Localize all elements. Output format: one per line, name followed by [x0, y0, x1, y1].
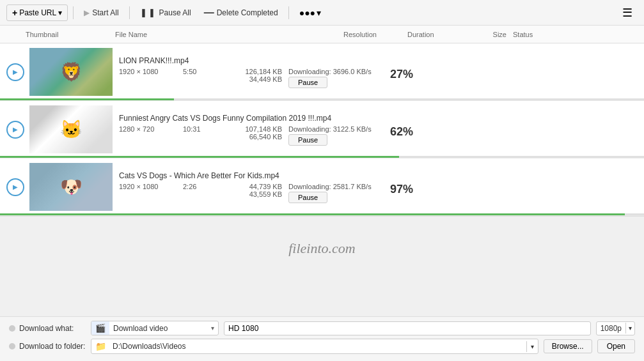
- progress-bar-fill-2: [0, 213, 625, 215]
- progress-bar-container-1: [0, 156, 644, 158]
- status-0: Downloading: 3696.0 KB/s 27% Pause: [285, 68, 413, 88]
- filename-0: LION PRANK!!!.mp4: [119, 56, 638, 65]
- thumbnail-content-0: 🦁: [29, 48, 113, 96]
- filename-1: Funniest Angry Cats VS Dogs Funny Compil…: [119, 114, 638, 123]
- pause-button-0[interactable]: Pause: [288, 77, 327, 88]
- download-to-label: Download to folder:: [9, 342, 86, 351]
- size-1: 107,148 KB 66,540 KB: [228, 125, 285, 141]
- watermark-text: fileinto.com: [288, 240, 355, 257]
- download-folder-row: Download to folder: 📁 D:\Downloads\Video…: [9, 339, 635, 354]
- more-arrow-icon: ▾: [317, 8, 321, 18]
- progress-bar-container-0: [0, 98, 644, 100]
- play-icon: ▶: [84, 8, 90, 17]
- resolution-0: 1920 × 1080: [119, 68, 183, 75]
- col-header-resolution: Resolution: [343, 31, 407, 38]
- quality-arrow-icon[interactable]: ▾: [625, 323, 634, 334]
- duration-1: 10:31: [183, 125, 228, 133]
- table-row: ▶ 🐱 Funniest Angry Cats VS Dogs Funny Co…: [0, 101, 644, 158]
- progress-bar-container-2: [0, 213, 644, 215]
- play-button-1[interactable]: ▶: [6, 121, 24, 139]
- status-2: Downloading: 2581.7 KB/s 97% Pause: [285, 183, 413, 203]
- item-info-0: LION PRANK!!!.mp4 1920 × 1080 5:50 126,1…: [119, 56, 638, 88]
- minus-icon: —: [204, 7, 214, 19]
- watermark-area: fileinto.com: [0, 217, 644, 280]
- downloads-list: ▶ 🦁 LION PRANK!!!.mp4 1920 × 1080 5:50 1…: [0, 43, 644, 217]
- col-header-status: Status: [510, 31, 638, 38]
- play-button-0[interactable]: ▶: [6, 63, 24, 81]
- bottom-panel: Download what: 🎬 Download video ▾ 1080p …: [0, 316, 644, 361]
- percent-0: 27%: [390, 68, 413, 81]
- quality-value: 1080p: [597, 322, 625, 335]
- quality-select[interactable]: 1080p ▾: [596, 321, 635, 335]
- paste-url-button[interactable]: + Paste URL ▾: [6, 4, 68, 21]
- filename-2: Cats VS Dogs - Which Are Better For Kids…: [119, 171, 638, 180]
- thumbnail-content-1: 🐱: [29, 105, 113, 153]
- size-2: 44,739 KB 43,559 KB: [228, 183, 285, 198]
- toolbar-separator-3: [288, 6, 289, 19]
- thumbnail-0: 🦁: [29, 48, 113, 96]
- pause-button-1[interactable]: Pause: [288, 134, 327, 146]
- table-row: ▶ 🐶 Cats VS Dogs - Which Are Better For …: [0, 158, 644, 216]
- thumbnail-1: 🐱: [29, 105, 113, 153]
- progress-bar-fill-0: [0, 98, 174, 100]
- col-header-filename: File Name: [115, 31, 343, 38]
- item-meta-1: 1280 × 720 10:31 107,148 KB 66,540 KB Do…: [119, 125, 638, 146]
- status-1: Downloading: 3122.5 KB/s 62% Pause: [285, 125, 413, 146]
- more-options-button[interactable]: ●●● ▾: [294, 5, 326, 20]
- item-meta-2: 1920 × 1080 2:26 44,739 KB 43,559 KB Dow…: [119, 183, 638, 203]
- item-info-2: Cats VS Dogs - Which Are Better For Kids…: [119, 171, 638, 203]
- paste-url-label: Paste URL: [19, 8, 56, 17]
- item-info-1: Funniest Angry Cats VS Dogs Funny Compil…: [119, 114, 638, 146]
- paste-url-arrow: ▾: [58, 8, 62, 17]
- plus-icon: +: [12, 8, 17, 18]
- pause-all-label: Pause All: [159, 8, 191, 17]
- play-button-2[interactable]: ▶: [6, 178, 24, 196]
- start-all-label: Start All: [92, 8, 118, 17]
- dot-indicator-2: [9, 343, 15, 349]
- more-dots-icon: ●●●: [299, 8, 315, 18]
- hamburger-icon: ☰: [622, 6, 632, 19]
- dot-indicator-1: [9, 325, 15, 332]
- browse-button[interactable]: Browse...: [544, 339, 592, 353]
- download-type-arrow-icon[interactable]: ▾: [207, 323, 218, 334]
- pause-all-button[interactable]: ❚❚ Pause All: [135, 5, 196, 20]
- resolution-2: 1920 × 1080: [119, 183, 183, 190]
- quality-label-input[interactable]: [224, 321, 591, 335]
- download-type-selector[interactable]: 🎬 Download video ▾: [91, 321, 219, 335]
- download-type-icon: 🎬: [91, 321, 109, 335]
- thumbnail-content-2: 🐶: [29, 163, 113, 211]
- table-row: ▶ 🦁 LION PRANK!!!.mp4 1920 × 1080 5:50 1…: [0, 43, 644, 101]
- start-all-button[interactable]: ▶ Start All: [79, 6, 123, 20]
- toolbar-separator-2: [129, 6, 130, 19]
- download-what-row: Download what: 🎬 Download video ▾ 1080p …: [9, 321, 635, 335]
- col-header-size: Size: [452, 31, 510, 38]
- download-what-label: Download what:: [9, 324, 86, 333]
- delete-completed-button[interactable]: — Delete Completed: [199, 4, 283, 21]
- percent-2: 97%: [390, 183, 413, 196]
- col-header-thumbnail: Thumbnail: [6, 31, 115, 38]
- toolbar-separator-1: [73, 6, 74, 19]
- progress-bar-fill-1: [0, 156, 399, 158]
- thumbnail-2: 🐶: [29, 163, 113, 211]
- percent-1: 62%: [390, 125, 413, 139]
- open-button[interactable]: Open: [597, 339, 635, 353]
- item-meta-0: 1920 × 1080 5:50 126,184 KB 34,449 KB Do…: [119, 68, 638, 88]
- folder-arrow-icon[interactable]: ▾: [526, 341, 538, 352]
- download-type-text: Download video: [109, 322, 207, 335]
- col-header-duration: Duration: [407, 31, 452, 38]
- hamburger-menu-button[interactable]: ☰: [617, 3, 638, 22]
- folder-path-selector[interactable]: 📁 D:\Downloads\Videos ▾: [91, 339, 538, 354]
- pause-button-2[interactable]: Pause: [288, 192, 327, 203]
- folder-path-text: D:\Downloads\Videos: [110, 340, 526, 353]
- pause-icon: ❚❚: [140, 8, 157, 17]
- duration-2: 2:26: [183, 183, 228, 190]
- column-headers: Thumbnail File Name Resolution Duration …: [0, 26, 644, 43]
- resolution-1: 1280 × 720: [119, 125, 183, 133]
- size-0: 126,184 KB 34,449 KB: [228, 68, 285, 83]
- toolbar: + Paste URL ▾ ▶ Start All ❚❚ Pause All —…: [0, 0, 644, 26]
- delete-completed-label: Delete Completed: [217, 8, 278, 17]
- duration-0: 5:50: [183, 68, 228, 75]
- folder-icon: 📁: [91, 339, 110, 353]
